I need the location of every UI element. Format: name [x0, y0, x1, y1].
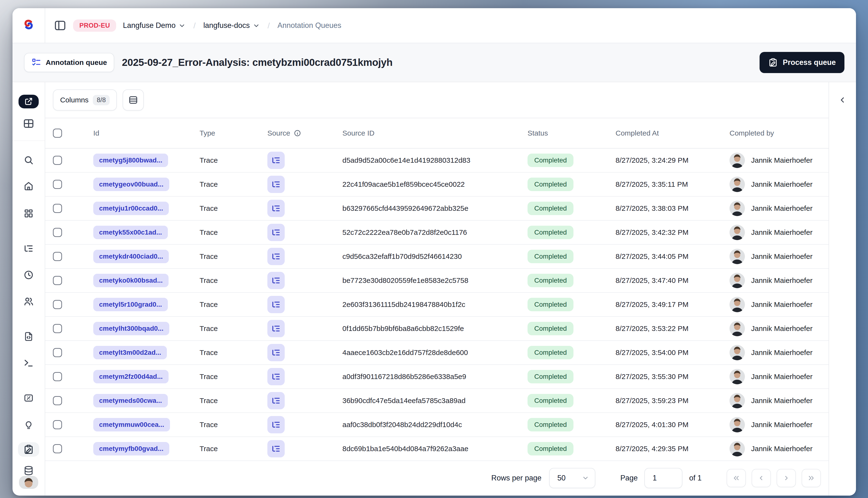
trace-source-icon[interactable]: [267, 272, 285, 289]
row-checkbox[interactable]: [53, 204, 62, 213]
row-id-link[interactable]: cmetylht300bqad0...: [93, 322, 169, 335]
table-row[interactable]: cmetyju1r00ccad0... Trace b63297665cfd44…: [45, 197, 829, 221]
row-height-button[interactable]: [122, 89, 144, 110]
langfuse-logo-icon[interactable]: [21, 16, 37, 35]
column-header-source-id[interactable]: Source ID: [335, 129, 520, 137]
row-source-id: d5ad9d52a00c6e14e1d4192880312d83: [342, 156, 470, 165]
app-window: PROD-EU Langfuse Demo / langfuse-docs / …: [13, 8, 856, 496]
sidebar-item-annotation-queues[interactable]: [18, 442, 39, 457]
trace-source-icon[interactable]: [267, 344, 285, 361]
status-badge: Completed: [528, 202, 573, 215]
row-checkbox[interactable]: [53, 396, 62, 405]
table-row[interactable]: cmetyko0k00bsad... Trace be7723e30d80205…: [45, 269, 829, 293]
annotation-queue-badge[interactable]: Annotation queue: [24, 53, 114, 72]
row-id-link[interactable]: cmetylt3m00d2ad...: [93, 346, 167, 359]
column-header-source[interactable]: Source: [260, 129, 335, 137]
sidebar-item-insights[interactable]: [23, 420, 34, 430]
row-completed-at: 8/27/2025, 3:42:32 PM: [616, 228, 689, 236]
row-checkbox[interactable]: [53, 156, 62, 165]
row-checkbox[interactable]: [53, 348, 62, 357]
row-id-link[interactable]: cmetyko0k00bsad...: [93, 274, 169, 287]
rows-per-page-select[interactable]: 50: [549, 468, 595, 488]
row-id-link[interactable]: cmetyk55x00c1ad...: [93, 226, 168, 239]
sidebar-item-go-to-project[interactable]: [18, 95, 39, 108]
row-checkbox[interactable]: [53, 228, 62, 237]
sidebar-item-tables[interactable]: [23, 118, 35, 130]
sidebar-item-evaluation[interactable]: [23, 393, 34, 403]
row-id-link[interactable]: cmetygeov00buad...: [93, 178, 169, 191]
user-avatar[interactable]: [19, 476, 38, 489]
select-all-checkbox[interactable]: [53, 129, 62, 138]
sidebar-item-home[interactable]: [23, 181, 34, 191]
trace-source-icon[interactable]: [267, 440, 285, 457]
table-row[interactable]: cmetyg5j800bwad... Trace d5ad9d52a00c6e1…: [45, 148, 829, 173]
table-row[interactable]: cmetym2fz00d4ad... Trace a0df3f901167218…: [45, 365, 829, 389]
row-id-link[interactable]: cmetyg5j800bwad...: [93, 154, 168, 167]
row-checkbox[interactable]: [53, 420, 62, 429]
sidebar-item-datasets[interactable]: [23, 465, 34, 476]
page-number-input[interactable]: [644, 468, 682, 488]
column-header-completed-by[interactable]: Completed by: [722, 129, 829, 137]
row-type: Trace: [199, 421, 218, 429]
sidebar-item-users[interactable]: [23, 296, 34, 307]
trace-source-icon[interactable]: [267, 200, 285, 217]
sidebar-item-tracing[interactable]: [23, 243, 34, 254]
row-checkbox[interactable]: [53, 324, 62, 333]
table-row[interactable]: cmetygeov00buad... Trace 22c41f09acae5b1…: [45, 173, 829, 197]
trace-source-icon[interactable]: [267, 368, 285, 385]
chevron-left-icon: [838, 96, 847, 104]
column-header-completed-at[interactable]: Completed At: [608, 129, 722, 137]
grid-icon: [23, 118, 35, 130]
sidebar-item-search[interactable]: [23, 155, 34, 165]
row-id-link[interactable]: cmetymmuw00cea...: [93, 418, 170, 431]
prev-page-button[interactable]: [752, 469, 771, 487]
sidebar-item-playground[interactable]: [23, 358, 34, 368]
row-completed-at: 8/27/2025, 3:54:00 PM: [616, 349, 689, 357]
sidebar-item-dashboards[interactable]: [23, 208, 34, 219]
columns-button[interactable]: Columns 8/8: [53, 89, 117, 110]
trace-source-icon[interactable]: [267, 392, 285, 409]
column-header-type[interactable]: Type: [192, 129, 260, 137]
first-page-button[interactable]: [727, 469, 746, 487]
last-page-button[interactable]: [802, 469, 821, 487]
table-row[interactable]: cmetymeds00cwa... Trace 36b90cdfc47e5da1…: [45, 389, 829, 413]
trace-source-icon[interactable]: [267, 320, 285, 337]
row-checkbox[interactable]: [53, 372, 62, 381]
trace-source-icon[interactable]: [267, 224, 285, 241]
row-id-link[interactable]: cmetykdr400ciad0...: [93, 250, 169, 263]
chevrons-right-icon: [807, 474, 815, 482]
row-checkbox[interactable]: [53, 252, 62, 261]
table-row[interactable]: cmetymyfb00gvad... Trace 8dc69b1ba1e540b…: [45, 437, 829, 461]
trace-source-icon[interactable]: [267, 416, 285, 433]
sidebar-item-prompts[interactable]: [23, 331, 34, 342]
table-row[interactable]: cmetylht300bqad0... Trace 0f1dd65b7bb9bf…: [45, 317, 829, 341]
breadcrumb-org[interactable]: Langfuse Demo: [123, 21, 186, 30]
breadcrumb-project[interactable]: langfuse-docs: [204, 21, 260, 30]
process-queue-button[interactable]: Process queue: [760, 52, 844, 73]
collapse-panel-button[interactable]: [835, 93, 850, 107]
sidebar-toggle-button[interactable]: [54, 19, 66, 32]
trace-source-icon[interactable]: [267, 152, 285, 169]
sidebar-item-sessions[interactable]: [23, 270, 34, 280]
table-row[interactable]: cmetykdr400ciad0... Trace c9d56ca32efaff…: [45, 245, 829, 269]
row-id-link[interactable]: cmetymeds00cwa...: [93, 394, 168, 407]
row-id-link[interactable]: cmetymyfb00gvad...: [93, 442, 169, 456]
table-row[interactable]: cmetylt3m00d2ad... Trace 4aaece1603cb2e1…: [45, 341, 829, 365]
row-id-link[interactable]: cmetyju1r00ccad0...: [93, 202, 169, 215]
column-header-id[interactable]: Id: [86, 129, 192, 137]
row-id-link[interactable]: cmetym2fz00d4ad...: [93, 370, 169, 383]
row-checkbox[interactable]: [53, 180, 62, 189]
table-row[interactable]: cmetyl5r100grad0... Trace 2e603f31361115…: [45, 293, 829, 317]
row-checkbox[interactable]: [53, 444, 62, 453]
row-completed-at: 8/27/2025, 3:49:17 PM: [616, 300, 689, 309]
next-page-button[interactable]: [777, 469, 796, 487]
trace-source-icon[interactable]: [267, 296, 285, 313]
trace-source-icon[interactable]: [267, 248, 285, 265]
table-row[interactable]: cmetyk55x00c1ad... Trace 52c72c2222ea78e…: [45, 221, 829, 245]
trace-source-icon[interactable]: [267, 176, 285, 193]
row-checkbox[interactable]: [53, 300, 62, 309]
column-header-status[interactable]: Status: [520, 129, 608, 137]
row-checkbox[interactable]: [53, 276, 62, 285]
table-row[interactable]: cmetymmuw00cea... Trace aaf0c38db0f3f204…: [45, 413, 829, 437]
row-id-link[interactable]: cmetyl5r100grad0...: [93, 298, 168, 311]
